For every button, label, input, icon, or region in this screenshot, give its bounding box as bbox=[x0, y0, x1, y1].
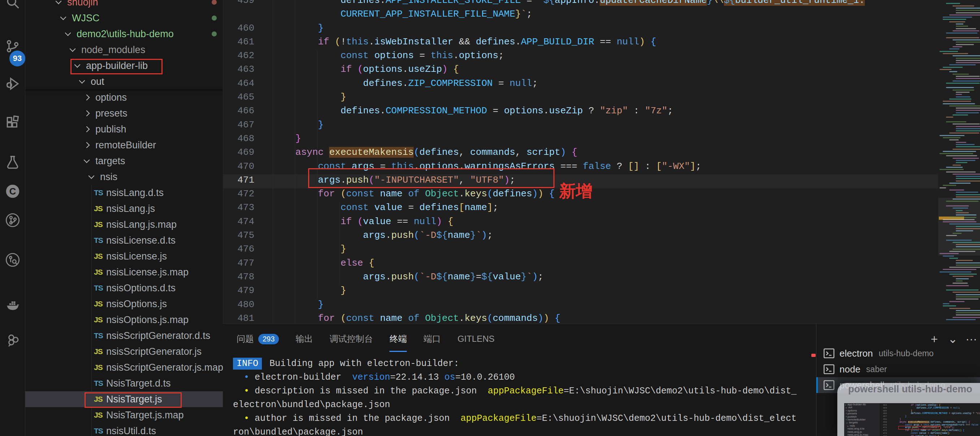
chevron-down-icon[interactable] bbox=[60, 14, 67, 20]
tree-item-options[interactable]: options bbox=[25, 89, 223, 105]
minimap-code-line bbox=[953, 208, 968, 209]
tree-item-nsisoptions.js.map[interactable]: JSnsisOptions.js.map bbox=[25, 312, 223, 328]
tree-item-wjsc[interactable]: WJSC bbox=[25, 10, 223, 26]
pip-code-row: 465 } bbox=[880, 410, 980, 412]
ts-file-icon: TS bbox=[94, 189, 106, 197]
tree-item-targets[interactable]: targets bbox=[25, 153, 223, 169]
minimap-code-line bbox=[956, 94, 962, 95]
pip-tree-row: ⌄ nsis bbox=[844, 425, 880, 427]
tree-item-nsisoptions.js[interactable]: JSnsisOptions.js bbox=[25, 296, 223, 312]
minimap-code-line bbox=[956, 10, 980, 11]
launch-profile-chevron-icon[interactable]: ⌄ bbox=[948, 332, 958, 346]
minimap-code-line bbox=[956, 146, 980, 147]
pip-code-row: 464 defines.ZIP_COMPRESSION = null; bbox=[880, 407, 980, 410]
tree-item-nsistarget.js[interactable]: JSNsisTarget.js bbox=[25, 391, 223, 407]
tree-item-app-builder-lib[interactable]: app-builder-lib bbox=[25, 58, 223, 74]
panel-tab-终端[interactable]: 终端 bbox=[390, 324, 407, 354]
tree-item-label: demo2\utils-hub-demo bbox=[76, 29, 174, 40]
new-terminal-icon[interactable]: ＋ bbox=[928, 331, 940, 347]
tree-item-nsisscriptgenerator.js.map[interactable]: JSnsisScriptGenerator.js.map bbox=[25, 360, 223, 375]
minimap-code-line bbox=[956, 278, 969, 279]
tree-item-presets[interactable]: presets bbox=[25, 105, 223, 121]
terminal-item-electron[interactable]: electronutils-hub-demo bbox=[816, 346, 980, 361]
pip-overlay[interactable]: powershell utils-hub-demo ⌄ app-builder-… bbox=[837, 383, 980, 436]
tree-item-nsislicense.js.map[interactable]: JSnsisLicense.js.map bbox=[25, 264, 223, 280]
run-and-debug-icon[interactable] bbox=[5, 76, 21, 92]
extensions-icon[interactable] bbox=[5, 115, 21, 131]
minimap-code-line bbox=[943, 137, 961, 138]
minimap-code-line bbox=[956, 130, 980, 132]
chevron-down-icon[interactable] bbox=[79, 78, 85, 84]
search-icon[interactable] bbox=[5, 0, 21, 10]
tree-item-label: nsisScriptGenerator.d.ts bbox=[106, 330, 210, 341]
git-graph-icon[interactable] bbox=[5, 212, 21, 228]
code-line-469: async executeMakensis(defines, commands,… bbox=[250, 147, 937, 161]
minimap-code-line bbox=[956, 246, 980, 247]
gitlens-icon[interactable] bbox=[5, 252, 21, 268]
chevron-down-icon[interactable] bbox=[65, 30, 71, 36]
minimap-code-line bbox=[943, 221, 977, 222]
tree-item-label: nsisScriptGenerator.js bbox=[106, 346, 202, 357]
pip-tree-row: ⌄ app-builder-lib bbox=[844, 403, 880, 406]
panel-tab-输出[interactable]: 输出 bbox=[296, 324, 313, 354]
minimap-code-line bbox=[956, 194, 980, 195]
tree-item-nsislang.js.map[interactable]: JSnsisLang.js.map bbox=[25, 217, 223, 232]
tree-item-publish[interactable]: publish bbox=[25, 121, 223, 137]
c-extension-icon[interactable]: C bbox=[5, 183, 21, 199]
tree-item-nsisscriptgenerator.js[interactable]: JSnsisScriptGenerator.js bbox=[25, 344, 223, 360]
tree-item-nsislang.d.ts[interactable]: TSnsisLang.d.ts bbox=[25, 185, 223, 201]
docker-icon[interactable] bbox=[5, 297, 21, 313]
tree-item-label: nsis bbox=[100, 171, 118, 182]
tree-item-shuojin[interactable]: shuojin bbox=[25, 0, 223, 10]
chevron-down-icon[interactable] bbox=[84, 157, 90, 163]
minimap-code-line bbox=[940, 69, 951, 70]
minimap-code-line bbox=[956, 92, 969, 93]
panel-tab-问题[interactable]: 问题293 bbox=[237, 324, 279, 354]
minimap-code-line bbox=[953, 174, 980, 175]
tree-item-nsislicense.d.ts[interactable]: TSnsisLicense.d.ts bbox=[25, 232, 223, 248]
minimap-code-line bbox=[953, 198, 980, 200]
tree-item-label: remoteBuilder bbox=[95, 140, 156, 151]
panel-tab-调试控制台[interactable]: 调试控制台 bbox=[329, 324, 373, 354]
minimap-code-line bbox=[940, 271, 971, 273]
tree-item-nsistarget.js.map[interactable]: JSNsisTarget.js.map bbox=[25, 407, 223, 423]
tree-item-out[interactable]: out bbox=[25, 74, 223, 89]
chevron-right-icon[interactable] bbox=[84, 142, 90, 148]
minimap-code-line bbox=[956, 260, 973, 261]
chevron-down-icon[interactable] bbox=[70, 46, 76, 52]
tree-item-nsis[interactable]: nsis bbox=[25, 169, 223, 185]
tree-item-nsistarget.d.ts[interactable]: TSNsisTarget.d.ts bbox=[25, 375, 223, 391]
tree-item-nsislang.js[interactable]: JSnsisLang.js bbox=[25, 201, 223, 217]
figma-icon[interactable] bbox=[5, 333, 21, 349]
chevron-right-icon[interactable] bbox=[84, 111, 90, 117]
code-lines[interactable]: defines.APP_INSTALLER_STORE_FILE = `${ap… bbox=[250, 0, 937, 323]
editor[interactable]: 4594604614624634644654664674684694704714… bbox=[223, 0, 938, 323]
tree-item-label: NsisTarget.d.ts bbox=[106, 378, 171, 389]
tree-item-nsisscriptgenerator.d.ts[interactable]: TSnsisScriptGenerator.d.ts bbox=[25, 328, 223, 344]
minimap-code-line bbox=[956, 294, 980, 295]
minimap-code-line bbox=[956, 226, 980, 227]
tree-item-label: NsisTarget.js.map bbox=[106, 410, 184, 421]
tree-item-nsisutil.d.ts[interactable]: TSnsisUtil.d.ts bbox=[25, 423, 223, 436]
terminal-output[interactable]: INFO Building app with electron-builder:… bbox=[233, 358, 811, 436]
minimap-code-line bbox=[953, 89, 974, 90]
code-line-474: if (value == null) { bbox=[250, 216, 937, 230]
more-actions-icon[interactable]: ··· bbox=[966, 332, 977, 346]
tree-item-remotebuilder[interactable]: remoteBuilder bbox=[25, 137, 223, 153]
minimap[interactable] bbox=[938, 0, 980, 323]
minimap-code-line bbox=[956, 78, 980, 79]
chevron-right-icon[interactable] bbox=[84, 126, 90, 132]
chevron-down-icon[interactable] bbox=[56, 0, 62, 4]
chevron-down-icon[interactable] bbox=[89, 173, 95, 179]
chevron-down-icon[interactable] bbox=[75, 62, 81, 68]
terminal-item-node[interactable]: nodesaber bbox=[816, 361, 980, 377]
chevron-right-icon[interactable] bbox=[84, 95, 90, 101]
panel-tab-端口[interactable]: 端口 bbox=[423, 324, 441, 354]
tree-item-node-modules[interactable]: node_modules bbox=[25, 42, 223, 58]
tree-item-demo2-utils-hub-demo[interactable]: demo2\utils-hub-demo bbox=[25, 26, 223, 42]
tree-item-nsisoptions.d.ts[interactable]: TSnsisOptions.d.ts bbox=[25, 280, 223, 296]
tree-item-nsislicense.js[interactable]: JSnsisLicense.js bbox=[25, 248, 223, 264]
testing-icon[interactable] bbox=[5, 154, 21, 170]
minimap-code-line bbox=[949, 48, 959, 49]
panel-tab-GITLENS[interactable]: GITLENS bbox=[457, 324, 495, 354]
